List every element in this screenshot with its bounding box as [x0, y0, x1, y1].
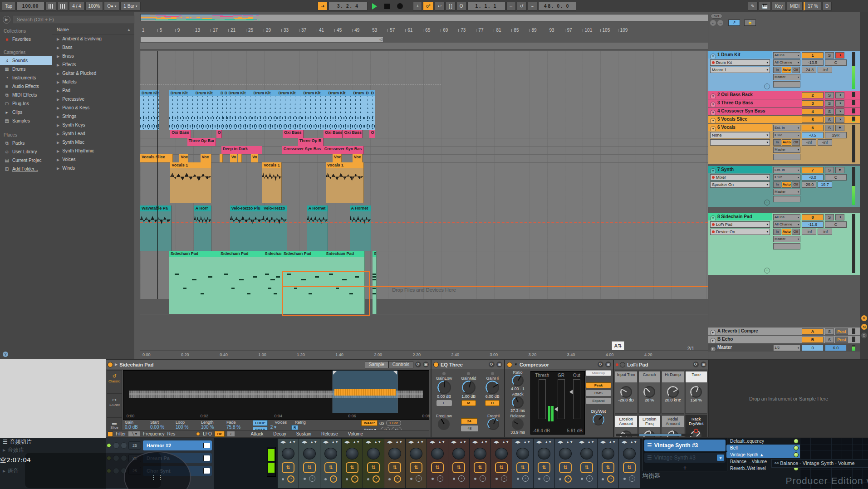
sidebar-item-plug-ins[interactable]: ⎔Plug-Ins — [0, 99, 52, 108]
pan-arrows-icon[interactable]: ◀▶ — [302, 440, 307, 446]
browser-item[interactable]: ▶Strings — [52, 112, 134, 121]
clip[interactable]: Drum Kit — [140, 90, 159, 130]
fl-add-pattern-button[interactable]: + — [643, 464, 727, 471]
updown-arrows-icon[interactable]: ▲▼ — [481, 440, 488, 446]
strip-knob[interactable] — [474, 448, 486, 460]
fold-icon[interactable]: ▾ — [710, 110, 716, 115]
clock-icon[interactable]: ◔ — [373, 475, 380, 483]
updown-arrows-icon[interactable]: ▲▼ — [395, 440, 402, 446]
record-button[interactable] — [397, 3, 403, 9]
rail-d-button[interactable]: D — [861, 333, 867, 338]
clip[interactable]: Voc — [179, 154, 188, 162]
clock-icon[interactable]: ◔ — [480, 475, 486, 482]
sidebar-item-sounds[interactable]: ♫Sounds — [0, 56, 52, 65]
selection-handle-left[interactable] — [333, 371, 337, 375]
clock-icon[interactable]: ◔ — [458, 475, 465, 482]
monitor-in[interactable]: In — [773, 139, 781, 146]
monitor-auto[interactable]: Auto — [782, 229, 791, 235]
pan-arrows-icon[interactable]: ◀▶ — [600, 440, 606, 446]
device-chooser[interactable]: LoFi Pad▾ — [710, 221, 770, 228]
fl-automation-item-2[interactable]: Vintage Synth ▲ — [726, 451, 800, 458]
rail-m-button[interactable]: M — [861, 324, 867, 330]
clock-icon[interactable]: ◔ — [287, 475, 294, 483]
param-value[interactable]: 75.8 % — [226, 425, 250, 430]
pan-arrows-icon[interactable]: ◀▶ — [430, 440, 435, 446]
automation-line[interactable] — [140, 222, 708, 223]
capture-midi-button[interactable]: [ ] — [446, 2, 456, 10]
clip[interactable]: Sidechain Pad — [169, 251, 220, 314]
sidebar-item-add-folder-[interactable]: ⊞Add Folder... — [0, 165, 52, 173]
output-channel-box[interactable] — [773, 196, 800, 202]
updown-arrows-icon[interactable]: ▲▼ — [353, 440, 360, 446]
re-enable-automation-button[interactable]: ↩ — [435, 2, 445, 10]
add-automation-lane-button[interactable]: + — [764, 200, 770, 205]
browser-item[interactable]: ▶Synth Lead — [52, 129, 134, 138]
link-icon[interactable]: ↗ — [728, 20, 740, 26]
strip-fx-icon[interactable]: ⇅ — [282, 462, 294, 473]
pan-arrows-icon[interactable]: ◀▶ — [280, 440, 286, 446]
rail-r-button[interactable]: R — [861, 315, 867, 321]
browser-item[interactable]: ▶Guitar & Plucked — [52, 69, 134, 78]
stop-button[interactable] — [384, 4, 390, 9]
sidebar-item-instruments[interactable]: ◔Instruments — [0, 73, 52, 82]
send-field[interactable]: 19.7 — [818, 181, 832, 188]
updown-arrows-icon[interactable]: ▲▼ — [502, 440, 509, 446]
monitor-in[interactable]: In — [773, 67, 781, 73]
envelope-label[interactable]: Attack — [251, 431, 264, 436]
monitor-off[interactable]: Off — [792, 67, 800, 73]
macro-2[interactable]: Hi Damp20.0 kHz — [662, 370, 684, 414]
browser-collapse-icon[interactable]: ▶ — [3, 16, 10, 24]
follow-button[interactable]: ➜ — [318, 2, 328, 10]
clip[interactable]: Drum Kit — [277, 90, 302, 130]
clock-icon[interactable]: ◔ — [586, 475, 593, 482]
pan-arrows-icon[interactable]: ◀▶ — [472, 440, 478, 446]
clip[interactable]: Deep in Dark — [221, 146, 262, 154]
strip-fx-icon[interactable]: ⇅ — [538, 462, 550, 473]
clock-icon[interactable]: ◔ — [564, 475, 572, 483]
updown-arrows-icon[interactable]: ▲▼ — [438, 440, 445, 446]
fl-mixer-strip-5[interactable]: ◀▶▲▼⇅◔ — [384, 439, 405, 488]
solo-button[interactable]: S — [825, 125, 834, 131]
send-field[interactable]: -24.8 — [802, 67, 816, 73]
lfo-sync-button[interactable]: ♪ — [227, 431, 235, 436]
device-chooser[interactable]: Macro 1▾ — [710, 67, 770, 73]
strip-fx-icon[interactable]: ⇅ — [580, 462, 593, 473]
fl-mixer-strip-15[interactable]: ◀▶▲▼⇅◔ — [598, 439, 618, 488]
clip[interactable]: Three Op Bar — [187, 138, 216, 146]
macro-knob[interactable] — [690, 386, 702, 398]
pan-arrows-icon[interactable]: ◀▶ — [344, 440, 350, 446]
updown-arrows-icon[interactable]: ▲▼ — [523, 440, 530, 446]
return-track[interactable]: ▸B EchoBSPost — [708, 336, 860, 343]
new-button[interactable]: + — [413, 2, 422, 10]
output-menu[interactable]: Master▾ — [773, 74, 800, 80]
clip[interactable]: Velo-Rezzo — [262, 205, 287, 251]
fl-mixer-strip-3[interactable]: ◀▶▲▼⇅◔ — [342, 439, 363, 488]
pan-arrows-icon[interactable]: ◀▶ — [323, 440, 329, 446]
macro-3[interactable]: Tone150 % — [685, 370, 708, 414]
fold-icon[interactable]: ▾ — [710, 93, 716, 98]
clip[interactable]: Vo — [230, 154, 237, 162]
input-channel-menu[interactable]: ‖ 1/2▾ — [773, 132, 800, 138]
loop-start-field[interactable]: 1. 1. 1 — [467, 2, 505, 10]
track-name-cell[interactable]: ▾8 Sidechain PadLoFi Pad▾Device On▾+ — [708, 213, 772, 275]
clip[interactable]: Vo — [251, 154, 258, 162]
updown-arrows-icon[interactable]: ▲▼ — [608, 440, 616, 446]
mode-expand[interactable]: Expand — [586, 398, 611, 404]
track-number-box[interactable]: 4 — [802, 108, 824, 115]
strip-fx-icon[interactable]: ⇅ — [431, 462, 444, 473]
panel-track[interactable]: ▾1 Drum KitDrum Kit▾Macro 1▾+All Ins▾All… — [708, 51, 860, 91]
strip-fx-icon[interactable]: ⇅ — [623, 462, 636, 473]
simpler-param[interactable]: Start0.00 % — [148, 420, 174, 430]
lfo-hz-button[interactable]: Hz — [215, 431, 225, 437]
arm-button[interactable]: ● — [835, 125, 844, 131]
monitor-in[interactable]: In — [773, 229, 781, 235]
arm-button[interactable]: ◑ — [835, 100, 844, 107]
track-number-box[interactable]: 7 — [802, 167, 824, 173]
metronome-toggle[interactable]: O● ▾ — [104, 2, 119, 10]
fl-mixer-strip-16[interactable]: ◀▶▲▼⇅◔ — [619, 439, 640, 488]
input-type-menu[interactable]: Ext. In▾ — [773, 125, 800, 131]
strip-knob[interactable] — [282, 448, 294, 460]
search-input[interactable]: Search (Ctrl + F) — [13, 15, 134, 24]
computer-midi-keyboard-button[interactable]: 🎹 — [759, 2, 770, 10]
input-channel-menu[interactable]: ‖ 1/2▾ — [773, 174, 800, 181]
